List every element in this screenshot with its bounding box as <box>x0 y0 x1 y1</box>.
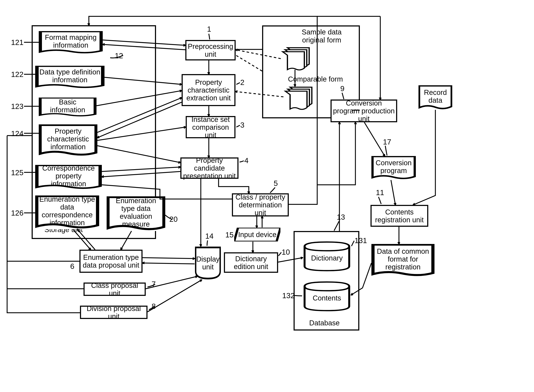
box-text: Enumeration type data proposal unit <box>82 253 140 269</box>
ref-8: 8 <box>152 302 156 311</box>
ref-3: 3 <box>240 121 244 129</box>
ref-13: 13 <box>337 213 345 221</box>
ref-2: 2 <box>240 78 244 87</box>
ref-12: 12 <box>115 51 123 60</box>
sample-comparable-label: Comparable form <box>288 75 343 83</box>
ref-124: 124 <box>11 129 23 138</box>
ref-17: 17 <box>383 138 391 146</box>
ref-14: 14 <box>205 232 214 240</box>
ref-121: 121 <box>11 38 23 47</box>
box-text: Preprocessing unit <box>188 42 233 58</box>
doc-enum-corr: Enumeration type data correspondence inf… <box>35 196 99 229</box>
contents-cylinder: Contents <box>303 281 351 312</box>
ref-132: 132 <box>282 291 295 300</box>
ref-15: 15 <box>225 231 234 239</box>
cyl-text: Dictionary <box>311 254 343 262</box>
ref-131: 131 <box>354 236 367 245</box>
ref-5: 5 <box>274 179 278 188</box>
box-text: Division proposal unit <box>83 305 145 320</box>
ref-20: 20 <box>169 215 178 224</box>
ref-1: 1 <box>207 25 211 33</box>
doc-text: Enumeration type data correspondence inf… <box>37 195 97 227</box>
input-device: Input device <box>234 228 280 242</box>
sample-original-label: Sample data original form <box>298 28 345 44</box>
doc-correspondence: Correspondence property information <box>35 165 102 190</box>
box-text: Display unit <box>195 255 221 271</box>
ref-6: 6 <box>70 262 74 271</box>
box-text: Class proposal unit <box>86 281 143 297</box>
box-text: Contents registration unit <box>373 208 426 224</box>
svg-line-34 <box>364 122 385 156</box>
division-proposal-unit: Division proposal unit <box>80 306 148 319</box>
ref-122: 122 <box>11 70 23 79</box>
class-proposal-unit: Class proposal unit <box>84 283 146 296</box>
stacked-docs-icon <box>283 86 314 111</box>
doc-property-char: Property characteristic information <box>39 124 97 156</box>
box-text: Input device <box>238 231 277 238</box>
doc-text: Property characteristic information <box>41 127 95 151</box>
database-label: Database <box>309 319 340 327</box>
box-text: Instance set comparison unit <box>188 116 233 139</box>
doc-text: Conversion program <box>374 159 414 174</box>
instance-set-comparison-unit: Instance set comparison unit <box>186 116 236 138</box>
box-text: Dictionary edition unit <box>226 255 276 271</box>
cyl-text: Contents <box>313 294 341 302</box>
dictionary-cylinder: Dictionary <box>303 241 351 272</box>
class-property-determination-unit: Class / property determination unit <box>232 193 289 216</box>
svg-line-27 <box>143 263 195 264</box>
doc-text: Enumeration type data evaluation measure <box>109 197 163 228</box>
box-text: Property characteristic extraction unit <box>184 78 233 102</box>
ref-9: 9 <box>340 84 344 93</box>
ref-123: 123 <box>11 102 23 111</box>
ref-11: 11 <box>376 188 384 197</box>
display-unit: Display unit <box>195 246 221 280</box>
doc-text: Data of common format for registration <box>374 247 432 271</box>
svg-line-26 <box>143 258 195 259</box>
ref-10: 10 <box>282 248 290 257</box>
doc-text: Record data <box>421 89 450 104</box>
record-data: Record data <box>418 85 452 110</box>
box-text: Class / property determination unit <box>234 193 286 217</box>
ref-126: 126 <box>11 209 23 217</box>
conversion-program-production-unit: Conversion program production unit <box>330 99 397 122</box>
doc-text: Data type definition information <box>37 68 102 84</box>
ref-125: 125 <box>11 168 23 177</box>
property-char-extraction-unit: Property characteristic extraction unit <box>182 74 236 106</box>
doc-text: Correspondence property information <box>37 164 100 188</box>
dictionary-edition-unit: Dictionary edition unit <box>224 252 278 273</box>
doc-basic-info: Basic information <box>39 98 97 117</box>
conversion-program: Conversion program <box>371 156 416 180</box>
box-text: Conversion program production unit <box>333 99 395 123</box>
svg-line-35 <box>391 180 395 205</box>
svg-line-39 <box>236 55 262 71</box>
ref-4: 4 <box>244 156 248 165</box>
ref-7: 7 <box>152 280 156 288</box>
enum-data-proposal-unit: Enumeration type data proposal unit <box>79 250 143 273</box>
contents-registration-unit: Contents registration unit <box>371 205 428 227</box>
property-candidate-presentation-unit: Property candidate presentation unit <box>180 157 238 179</box>
doc-data-type-def: Data type definition information <box>35 66 104 89</box>
doc-format-mapping: Format mapping information <box>39 31 103 54</box>
data-common-format: Data of common format for registration <box>371 244 435 277</box>
stacked-docs-icon <box>281 47 311 72</box>
doc-enum-eval: Enumeration type data evaluation measure <box>107 196 165 231</box>
doc-text: Basic information <box>41 98 94 114</box>
box-text: Property candidate presentation unit <box>183 156 236 180</box>
preprocessing-unit: Preprocessing unit <box>185 40 236 61</box>
doc-text: Format mapping information <box>41 33 101 49</box>
